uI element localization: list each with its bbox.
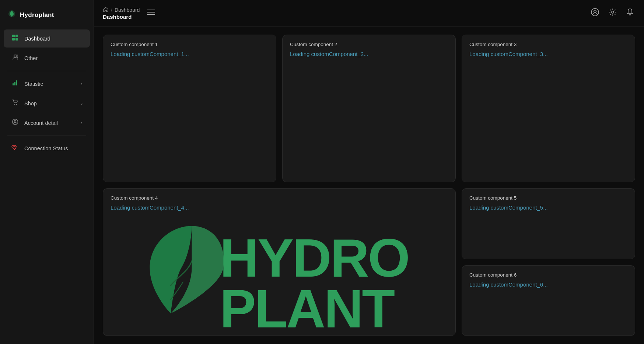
svg-point-5 — [14, 55, 16, 57]
account-icon — [11, 119, 19, 127]
card-5-loading: Loading customComponent_5... — [469, 204, 627, 211]
card-4-title: Custom component 4 — [111, 195, 448, 201]
svg-text:PLANT: PLANT — [220, 278, 395, 327]
sidebar-dashboard-label: Dashboard — [24, 36, 83, 42]
topbar: / Dashboard Dashboard — [94, 0, 644, 27]
user-button[interactable] — [589, 7, 601, 20]
card-3-loading: Loading customComponent_3... — [469, 51, 627, 57]
breadcrumb-block: / Dashboard Dashboard — [103, 7, 140, 20]
card-6-loading: Loading customComponent_6... — [469, 281, 627, 288]
svg-point-14 — [14, 149, 15, 150]
sidebar: Hydroplant Dashboard Other — [0, 0, 94, 344]
breadcrumb: / Dashboard — [103, 7, 140, 14]
sidebar-connection-label: Connection Status — [24, 145, 83, 151]
card-2: Custom component 2 Loading customCompone… — [282, 35, 456, 182]
shop-icon — [11, 99, 19, 108]
sidebar-item-statistic[interactable]: Statistic › — [4, 75, 90, 93]
card-1: Custom component 1 Loading customCompone… — [103, 35, 276, 182]
app-logo: Hydroplant — [0, 7, 94, 29]
statistic-icon — [11, 80, 19, 88]
svg-point-13 — [14, 120, 16, 122]
breadcrumb-separator: / — [111, 7, 112, 13]
card-1-loading: Loading customComponent_1... — [111, 51, 269, 57]
card-6: Custom component 6 Loading customCompone… — [462, 265, 635, 336]
card-3-title: Custom component 3 — [469, 42, 627, 47]
svg-point-19 — [594, 10, 596, 13]
sidebar-item-account[interactable]: Account detail › — [4, 114, 90, 132]
card-4-loading: Loading customComponent_4... — [111, 204, 448, 211]
sidebar-shop-label: Shop — [24, 101, 76, 106]
sidebar-item-dashboard[interactable]: Dashboard — [4, 29, 90, 48]
topbar-actions — [589, 7, 635, 20]
sidebar-item-shop[interactable]: Shop › — [4, 94, 90, 112]
shop-chevron-icon: › — [81, 101, 83, 106]
dashboard-icon — [11, 34, 19, 43]
card-3: Custom component 3 Loading customCompone… — [462, 35, 635, 182]
home-icon — [103, 7, 109, 14]
sidebar-statistic-label: Statistic — [24, 81, 76, 87]
breadcrumb-page: Dashboard — [115, 7, 140, 13]
card-1-title: Custom component 1 — [111, 42, 269, 47]
notifications-button[interactable] — [625, 7, 635, 20]
sidebar-account-label: Account detail — [24, 120, 76, 126]
statistic-chevron-icon: › — [81, 81, 83, 87]
svg-rect-4 — [15, 38, 18, 41]
svg-rect-1 — [12, 35, 15, 37]
card-right-stack: Custom component 5 Loading customCompone… — [462, 188, 635, 336]
sidebar-item-other[interactable]: Other — [4, 49, 90, 67]
card-6-title: Custom component 6 — [469, 272, 627, 278]
account-chevron-icon: › — [81, 120, 83, 126]
svg-rect-8 — [14, 82, 15, 85]
card-2-loading: Loading customComponent_2... — [290, 51, 448, 57]
sidebar-item-connection[interactable]: Connection Status — [4, 140, 90, 157]
svg-text:HYDRO: HYDRO — [220, 228, 409, 288]
card-4: Custom component 4 Loading customCompone… — [103, 188, 456, 336]
app-name: Hydroplant — [20, 11, 54, 19]
logo-icon — [7, 10, 16, 21]
card-2-title: Custom component 2 — [290, 42, 448, 47]
svg-point-20 — [612, 11, 614, 13]
page-title: Dashboard — [103, 14, 140, 20]
settings-button[interactable] — [607, 7, 618, 20]
svg-point-11 — [16, 104, 17, 105]
card-5-title: Custom component 5 — [469, 195, 627, 201]
other-icon — [11, 54, 19, 62]
main-content: / Dashboard Dashboard — [94, 0, 644, 344]
svg-rect-9 — [16, 80, 17, 85]
card-5: Custom component 5 Loading customCompone… — [462, 188, 635, 259]
svg-rect-7 — [13, 83, 14, 85]
wifi-icon — [11, 144, 19, 152]
hamburger-button[interactable] — [143, 7, 159, 19]
sidebar-other-label: Other — [24, 55, 83, 61]
dashboard-grid: Custom component 1 Loading customCompone… — [94, 27, 644, 344]
sidebar-divider-1 — [7, 71, 86, 71]
hydroplant-logo: HYDRO PLANT — [103, 207, 455, 336]
svg-rect-2 — [15, 35, 18, 37]
svg-rect-3 — [12, 38, 15, 41]
sidebar-divider-2 — [7, 136, 86, 136]
svg-point-10 — [14, 104, 15, 105]
